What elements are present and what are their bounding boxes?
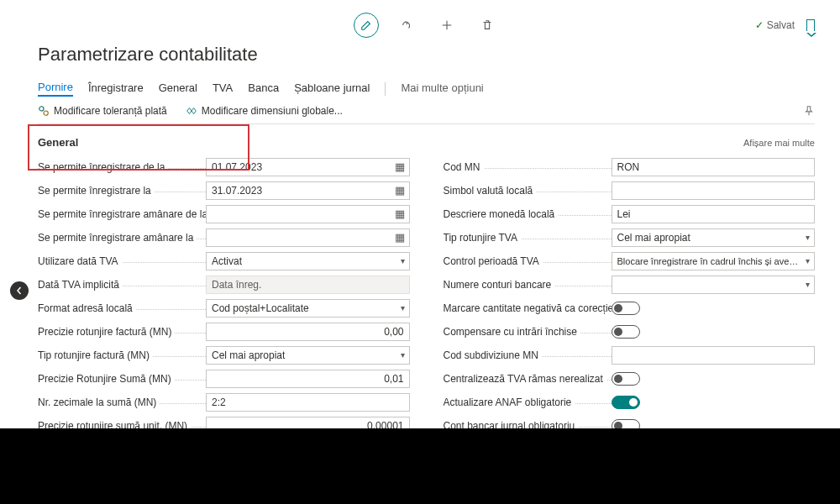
- tab-tva[interactable]: TVA: [213, 81, 233, 96]
- select-bank-nos[interactable]: [612, 276, 816, 294]
- label-allow-from: Se permite înregistrare de la: [38, 161, 206, 173]
- toolbar: ✓ Salvat: [38, 8, 815, 42]
- label-defer-to: Se permite înregistrare amânare la: [38, 232, 206, 244]
- tab-sabloane[interactable]: Șabloane jurnal: [294, 81, 370, 96]
- label-use-vat-date: Utilizare dată TVA: [38, 255, 206, 267]
- action-row: Modificare toleranță plată Modificare di…: [38, 105, 815, 122]
- tab-bar: Pornire Înregistrare General TVA Banca Ș…: [38, 81, 815, 97]
- input-amt-dec[interactable]: [206, 393, 410, 412]
- new-icon[interactable]: [434, 13, 459, 38]
- bookmark-icon[interactable]: [806, 19, 815, 31]
- toggle-anaf[interactable]: [612, 396, 640, 409]
- input-allow-from[interactable]: [206, 158, 410, 176]
- select-use-vat-date[interactable]: [206, 252, 410, 270]
- label-mark-neg: Marcare cantitate negativă ca corecție: [444, 302, 612, 314]
- saved-indicator: ✓ Salvat: [755, 19, 795, 31]
- label-lcy-code: Cod MN: [444, 161, 612, 173]
- svg-point-1: [44, 111, 48, 115]
- tab-more-options[interactable]: Mai multe opțiuni: [401, 81, 483, 96]
- action-modify-dimensions[interactable]: Modificare dimensiuni globale...: [186, 105, 343, 117]
- section-header-general: General Afișare mai multe: [38, 136, 815, 149]
- label-lcy-desc: Descriere monedă locală: [444, 208, 612, 220]
- label-allow-to: Se permite înregistrare la: [38, 185, 206, 197]
- select-vat-period-ctrl[interactable]: [612, 252, 816, 270]
- input-allow-to[interactable]: [206, 181, 410, 200]
- select-addr-format[interactable]: [206, 299, 410, 318]
- select-inv-round-type[interactable]: [206, 346, 410, 365]
- label-inv-round-type: Tip rotunjire factură (MN): [38, 349, 206, 361]
- toggle-offset-closed[interactable]: [612, 325, 640, 339]
- label-bank-nos: Numere conturi bancare: [444, 279, 612, 291]
- svg-point-0: [39, 107, 44, 111]
- input-inv-round-prec[interactable]: [206, 323, 410, 341]
- section-title: General: [38, 136, 78, 149]
- input-amt-round-prec[interactable]: [206, 370, 410, 388]
- delete-icon[interactable]: [475, 13, 500, 38]
- tab-general[interactable]: General: [159, 81, 197, 96]
- label-inv-round-prec: Precizie rotunjire factură (MN): [38, 326, 206, 338]
- input-defer-to[interactable]: [206, 228, 410, 247]
- saved-label: Salvat: [767, 19, 795, 31]
- input-lcy-code[interactable]: [612, 158, 816, 176]
- share-icon[interactable]: [394, 13, 419, 38]
- label-amt-dec: Nr. zecimale la sumă (MN): [38, 396, 206, 408]
- input-lcy-desc[interactable]: [612, 205, 816, 223]
- label-offset-closed: Compensare cu intrări închise: [444, 326, 612, 338]
- label-vat-period-ctrl: Control perioadă TVA: [444, 255, 612, 267]
- check-icon: ✓: [755, 19, 764, 31]
- label-lcy-symbol: Simbol valută locală: [444, 185, 612, 197]
- tolerance-icon: [38, 105, 50, 117]
- label-amt-round-prec: Precizie Rotunjire Sumă (MN): [38, 373, 206, 385]
- page-title: Parametrizare contabilitate: [38, 44, 815, 66]
- tab-pornire[interactable]: Pornire: [38, 81, 73, 97]
- select-vat-round[interactable]: [612, 228, 816, 247]
- label-default-vat-date: Dată TVA implicită: [38, 279, 206, 291]
- input-default-vat-date: [206, 276, 410, 294]
- label-central-vat: Centralizează TVA rămas nerealizat: [444, 373, 612, 385]
- dimensions-icon: [186, 105, 197, 117]
- tab-banca[interactable]: Banca: [248, 81, 279, 96]
- edit-icon[interactable]: [354, 13, 379, 38]
- input-defer-from[interactable]: [206, 205, 410, 223]
- label-subdiv: Cod subdiviziune MN: [444, 349, 612, 361]
- input-subdiv[interactable]: [612, 346, 816, 365]
- action-modify-tolerance[interactable]: Modificare toleranță plată: [38, 105, 167, 117]
- input-lcy-symbol[interactable]: [612, 181, 816, 200]
- label-anaf: Actualizare ANAF obligatorie: [444, 396, 612, 408]
- label-defer-from: Se permite înregistrare amânare de la: [38, 208, 206, 220]
- tab-inregistrare[interactable]: Înregistrare: [88, 81, 144, 96]
- label-vat-round: Tip rotunjire TVA: [444, 232, 612, 244]
- toggle-central-vat[interactable]: [612, 372, 640, 386]
- toggle-mark-neg[interactable]: [612, 302, 640, 315]
- show-more-link[interactable]: Afișare mai multe: [743, 138, 815, 148]
- bottom-blackbar: [0, 428, 840, 483]
- pin-icon[interactable]: [803, 105, 815, 117]
- label-addr-format: Format adresă locală: [38, 302, 206, 314]
